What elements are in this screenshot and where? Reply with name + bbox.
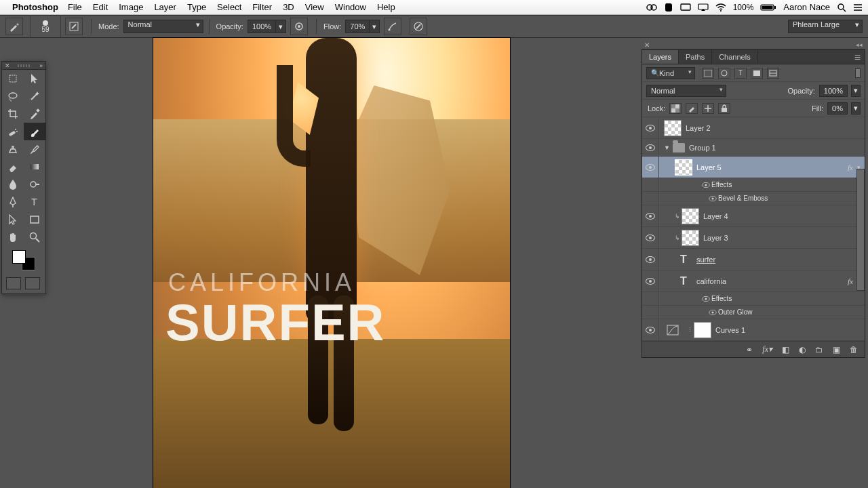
layer-name[interactable]: surfer bbox=[696, 256, 865, 264]
layer-row[interactable]: ↳ Layer 3 bbox=[642, 227, 865, 249]
app-name[interactable]: Photoshop bbox=[12, 2, 58, 12]
lock-pixels-icon[interactable] bbox=[686, 103, 698, 114]
layer-thumb[interactable] bbox=[675, 159, 692, 176]
airplay-icon[interactable] bbox=[698, 3, 709, 12]
filter-adjust-icon[interactable] bbox=[718, 68, 730, 79]
clone-stamp-tool[interactable] bbox=[2, 140, 24, 158]
fill-value[interactable]: 0% bbox=[827, 102, 848, 115]
link-layers-icon[interactable]: ⚭ bbox=[746, 345, 753, 354]
panel-collapse-icon[interactable]: ◂◂ bbox=[856, 41, 863, 48]
cc-status-icon[interactable] bbox=[646, 3, 657, 12]
tools-panel-header[interactable]: ✕ » bbox=[2, 62, 45, 70]
filter-pixel-icon[interactable] bbox=[702, 68, 714, 79]
panel-menu-icon[interactable]: ≡ bbox=[850, 52, 865, 64]
magic-wand-tool[interactable] bbox=[24, 87, 45, 105]
layer-effect-item[interactable]: Bevel & Emboss bbox=[642, 192, 865, 205]
new-layer-icon[interactable]: ▣ bbox=[833, 345, 840, 354]
layer-row[interactable]: Layer 2 bbox=[642, 117, 865, 139]
eraser-tool[interactable] bbox=[2, 158, 24, 176]
fx-badge[interactable]: fx bbox=[848, 277, 853, 285]
zoom-tool[interactable] bbox=[24, 228, 45, 246]
layer-name[interactable]: california bbox=[696, 277, 848, 285]
visibility-toggle[interactable] bbox=[646, 164, 655, 171]
effects-label[interactable]: Effects bbox=[711, 295, 865, 302]
menu-3d[interactable]: 3D bbox=[283, 2, 294, 12]
rectangle-tool[interactable] bbox=[24, 211, 45, 228]
tab-paths[interactable]: Paths bbox=[679, 50, 712, 64]
visibility-toggle[interactable] bbox=[709, 310, 716, 315]
layer-row-text[interactable]: T surfer bbox=[642, 249, 865, 270]
menubar-username[interactable]: Aaron Nace bbox=[783, 2, 830, 12]
flow-flyout[interactable]: ▾ bbox=[369, 20, 380, 33]
wifi-icon[interactable] bbox=[715, 3, 726, 12]
layer-effects-row[interactable]: Effects bbox=[642, 178, 865, 192]
quickmask-toggle[interactable] bbox=[6, 277, 21, 289]
dodge-tool[interactable] bbox=[24, 176, 45, 193]
effect-name[interactable]: Bevel & Emboss bbox=[718, 195, 865, 202]
spotlight-icon[interactable] bbox=[837, 3, 846, 12]
visibility-toggle[interactable] bbox=[646, 144, 655, 151]
collapse-icon[interactable]: » bbox=[39, 62, 43, 69]
selection-tool[interactable] bbox=[24, 70, 45, 87]
blend-mode-select[interactable]: Normal▾ bbox=[123, 20, 203, 33]
brush-tool[interactable] bbox=[24, 123, 45, 140]
tool-preset-picker[interactable] bbox=[5, 18, 23, 35]
menu-file[interactable]: File bbox=[68, 2, 82, 12]
filter-toggle[interactable] bbox=[855, 68, 861, 78]
panel-close-icon[interactable]: ✕ bbox=[644, 41, 650, 49]
layer-effect-item[interactable]: Outer Glow bbox=[642, 306, 865, 319]
group-disclosure-icon[interactable]: ▼ bbox=[664, 144, 670, 151]
tab-layers[interactable]: Layers bbox=[642, 50, 679, 64]
move-tool[interactable] bbox=[2, 70, 24, 87]
visibility-toggle[interactable] bbox=[646, 235, 655, 241]
layer-name[interactable]: Curves 1 bbox=[715, 326, 865, 334]
visibility-toggle[interactable] bbox=[702, 182, 709, 188]
layer-name[interactable]: Layer 3 bbox=[703, 234, 865, 242]
filter-shape-icon[interactable] bbox=[751, 68, 763, 79]
brush-preset-picker[interactable]: 59 bbox=[30, 15, 61, 38]
delete-layer-icon[interactable]: 🗑 bbox=[850, 345, 858, 354]
layer-opacity-flyout[interactable]: ▾ bbox=[851, 85, 861, 97]
effect-name[interactable]: Outer Glow bbox=[718, 308, 865, 316]
layer-effects-row[interactable]: Effects bbox=[642, 292, 865, 306]
visibility-toggle[interactable] bbox=[646, 278, 655, 285]
type-layer-icon[interactable]: T bbox=[675, 251, 692, 268]
mask-link-icon[interactable]: ⋮ bbox=[686, 327, 694, 333]
path-selection-tool[interactable] bbox=[2, 211, 24, 228]
type-layer-icon[interactable]: T bbox=[675, 273, 692, 289]
layer-blend-mode-select[interactable]: Normal bbox=[646, 85, 726, 97]
layer-thumb[interactable] bbox=[682, 230, 699, 246]
layer-row-selected[interactable]: Layer 5 fx▾ bbox=[642, 157, 865, 178]
layer-thumb[interactable] bbox=[682, 208, 699, 224]
gradient-tool[interactable] bbox=[24, 158, 45, 176]
crop-tool[interactable] bbox=[2, 105, 24, 123]
menu-type[interactable]: Type bbox=[187, 2, 206, 12]
layer-name[interactable]: Group 1 bbox=[689, 144, 865, 152]
layer-row-group[interactable]: ▼ Group 1 bbox=[642, 139, 865, 157]
scrollbar-thumb[interactable] bbox=[856, 169, 865, 291]
menu-view[interactable]: View bbox=[305, 2, 324, 12]
opacity-value[interactable]: 100% bbox=[248, 20, 276, 33]
lock-position-icon[interactable] bbox=[702, 103, 714, 114]
opacity-flyout[interactable]: ▾ bbox=[275, 20, 286, 33]
screenmode-toggle[interactable] bbox=[25, 277, 40, 289]
document-canvas[interactable]: CALIFORNIA SURFER bbox=[153, 38, 510, 488]
layer-row[interactable]: ↳ Layer 4 bbox=[642, 205, 865, 227]
notifications-icon[interactable] bbox=[853, 3, 863, 12]
visibility-toggle[interactable] bbox=[646, 213, 655, 220]
menu-edit[interactable]: Edit bbox=[93, 2, 108, 12]
hand-tool[interactable] bbox=[2, 228, 24, 246]
eyedropper-tool[interactable] bbox=[24, 105, 45, 123]
adjustment-layer-icon[interactable]: ◐ bbox=[799, 345, 806, 354]
fill-flyout[interactable]: ▾ bbox=[851, 102, 861, 115]
evernote-icon[interactable] bbox=[664, 3, 673, 12]
layer-row-text[interactable]: T california fx▾ bbox=[642, 270, 865, 292]
filter-smart-icon[interactable] bbox=[767, 68, 779, 79]
layer-name[interactable]: Layer 2 bbox=[686, 124, 865, 132]
lock-transparent-icon[interactable] bbox=[669, 103, 682, 114]
panel-grip-icon[interactable] bbox=[18, 64, 31, 67]
flow-value[interactable]: 70% bbox=[345, 20, 370, 33]
color-swatches[interactable] bbox=[12, 250, 35, 270]
displays-icon[interactable] bbox=[680, 3, 691, 12]
layer-name[interactable]: Layer 4 bbox=[703, 212, 865, 220]
